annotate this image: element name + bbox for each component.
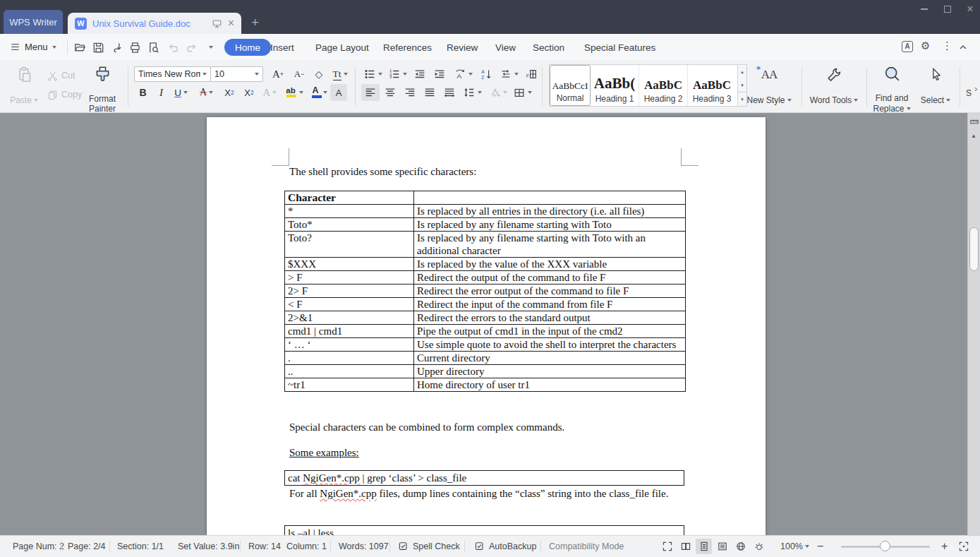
format-painter-button[interactable] [92, 64, 112, 84]
collapse-ribbon-button[interactable] [958, 42, 968, 54]
align-right-button[interactable] [401, 84, 419, 101]
paragraph-marks-button[interactable] [497, 66, 521, 83]
web-view-button[interactable] [732, 539, 749, 554]
outline-view-button[interactable] [714, 539, 730, 554]
ink-annotation-button[interactable]: A [902, 41, 913, 52]
font-color-button[interactable]: A [307, 84, 330, 101]
cut-button[interactable]: Cut [47, 67, 86, 84]
char-shading-button[interactable]: A [330, 84, 347, 101]
change-case-button[interactable]: Tt [329, 66, 351, 83]
subscript-button[interactable]: X 2 [239, 84, 259, 101]
tab-section[interactable]: Section [531, 39, 566, 56]
find-replace-label2-button[interactable]: Replace [872, 104, 912, 114]
style-heading2[interactable]: AaBbC Heading 2 [639, 65, 688, 106]
clear-format-button[interactable]: ◇ [310, 66, 327, 83]
text-effects-button[interactable]: A [259, 84, 281, 101]
strikethrough-button[interactable]: A [195, 84, 218, 101]
document-page[interactable]: The shell provides some specific charact… [207, 117, 766, 535]
new-style-label-button[interactable]: New Style [744, 95, 794, 105]
gallery-scroll-up-button[interactable]: ▴ [738, 65, 746, 78]
scroll-up-arrow[interactable]: ▲ [971, 133, 976, 139]
ribbon-overflow-button[interactable]: › [974, 83, 977, 94]
settings-button[interactable]: ⚙ [921, 40, 930, 52]
tab-insert[interactable]: Insert [269, 39, 296, 56]
undo-button[interactable] [165, 40, 181, 55]
tab-view[interactable]: View [494, 39, 517, 56]
new-style-button[interactable]: * AA [758, 66, 780, 84]
bullets-button[interactable] [361, 66, 384, 83]
style-heading1[interactable]: AaBb( Heading 1 [591, 65, 639, 106]
book-view-button[interactable] [677, 539, 694, 554]
tab-references[interactable]: References [382, 39, 433, 56]
font-size-select[interactable]: 10 [210, 66, 263, 82]
style-heading3[interactable]: AaBbC Heading 3 [688, 65, 736, 106]
select-label-button[interactable]: Select [916, 95, 955, 105]
autobackup-button[interactable]: AutoBackup [474, 536, 536, 557]
zoom-out-button[interactable]: − [817, 536, 823, 557]
customize-toolbar-button[interactable] [202, 40, 217, 55]
print-button[interactable] [127, 40, 143, 55]
close-button[interactable]: × [964, 3, 976, 16]
app-menu-button[interactable]: WPS Writer [4, 10, 63, 34]
document-area[interactable]: The shell provides some specific charact… [0, 113, 980, 535]
eye-protection-button[interactable] [751, 539, 767, 554]
increase-font-button[interactable]: A + [269, 66, 287, 83]
gallery-scroll-down-button[interactable]: ▾ [738, 78, 746, 92]
select-button[interactable] [927, 65, 945, 83]
text-direction-button[interactable]: A [451, 66, 475, 83]
tab-close-icon[interactable]: × [228, 18, 234, 29]
superscript-button[interactable]: X 2 [219, 84, 239, 101]
new-tab-button[interactable]: + [251, 16, 259, 29]
minimize-button[interactable] [918, 3, 931, 16]
more-options-button[interactable]: ⋮ [942, 40, 952, 52]
italic-button[interactable]: I [153, 84, 169, 101]
underline-button[interactable]: U [170, 84, 192, 101]
word-tools-label-button[interactable]: Word Tools [806, 95, 862, 105]
decrease-font-button[interactable]: A − [290, 66, 308, 83]
paste-label-button[interactable]: Paste [4, 95, 44, 105]
decrease-indent-button[interactable] [411, 66, 429, 83]
sort-button[interactable]: A Z [477, 66, 495, 83]
fullscreen-button[interactable] [659, 539, 675, 554]
print-preview-button[interactable] [145, 40, 161, 55]
insert-frame-button[interactable]: F [522, 66, 540, 83]
fit-page-button[interactable] [955, 539, 972, 554]
page-view-button[interactable] [696, 539, 712, 554]
line-spacing-button[interactable] [460, 84, 484, 101]
main-menu-button[interactable]: Menu [10, 34, 56, 60]
zoom-slider-knob[interactable] [880, 541, 890, 551]
scrollbar-thumb[interactable] [969, 227, 979, 271]
text-effects-icon: A [263, 87, 271, 99]
shading-button[interactable] [485, 84, 509, 101]
borders-button[interactable] [509, 84, 535, 101]
tab-review[interactable]: Review [445, 39, 479, 56]
spell-check-button[interactable]: Spell Check [398, 536, 460, 557]
save-button[interactable] [90, 40, 106, 55]
increase-indent-button[interactable] [430, 66, 449, 83]
numbering-button[interactable]: 1 2 3 [386, 66, 409, 83]
word-tools-button[interactable] [825, 66, 843, 84]
tab-home[interactable]: Home [224, 39, 271, 56]
align-center-button[interactable] [381, 84, 399, 101]
align-left-button[interactable] [361, 84, 380, 101]
vertical-scrollbar[interactable]: ▲ [967, 113, 980, 535]
zoom-in-button[interactable]: + [941, 536, 948, 557]
document-tab[interactable]: W Unix Survival Guide.doc × [68, 13, 241, 34]
maximize-button[interactable] [941, 3, 954, 16]
font-name-select[interactable]: Times New Roma [134, 66, 211, 82]
highlight-button[interactable]: ab [282, 84, 306, 101]
export-pdf-button[interactable] [109, 40, 124, 55]
open-button[interactable] [72, 40, 87, 55]
redo-button[interactable] [183, 40, 199, 55]
zoom-level-button[interactable]: 100% [780, 536, 809, 557]
monitor-icon[interactable] [212, 18, 222, 29]
style-normal[interactable]: AaBbCcI Normal [550, 65, 591, 106]
ruler-toggle-button[interactable] [969, 117, 979, 130]
tab-special-features[interactable]: Special Features [583, 39, 657, 56]
paste-button[interactable] [14, 65, 34, 85]
justify-button[interactable] [421, 84, 439, 101]
distribute-button[interactable] [440, 84, 459, 101]
bold-button[interactable]: B [134, 84, 152, 101]
find-replace-button[interactable] [882, 64, 902, 83]
tab-page-layout[interactable]: Page Layout [314, 39, 370, 56]
